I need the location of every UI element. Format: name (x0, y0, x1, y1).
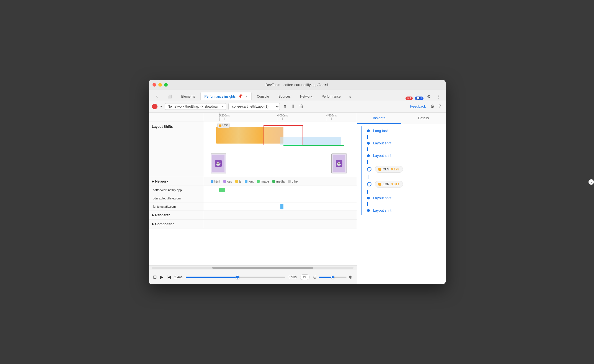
network-expand-icon[interactable]: ▶ (152, 180, 154, 183)
horizontal-scrollbar[interactable] (149, 265, 357, 270)
legend-css: css (223, 180, 232, 183)
throttle-select[interactable]: No network throttling, 4× slowdown (165, 103, 226, 110)
tab-performance-label: Performance (322, 95, 341, 98)
playbar-slider[interactable] (186, 277, 285, 278)
record-button[interactable] (152, 104, 157, 109)
network-cdnjs-content (204, 194, 357, 202)
long-task-link[interactable]: Long task (373, 129, 389, 133)
tabbar: ↖ ⬜ Elements Performance insights 📌 ✕ Co… (149, 90, 446, 100)
feedback-link[interactable]: Feedback (410, 104, 426, 108)
playbar-thumb[interactable] (236, 275, 239, 279)
record-dropdown[interactable]: ▼ (160, 105, 163, 108)
v-connector-5 (367, 190, 368, 194)
lcp-dot-icon (378, 183, 381, 186)
maximize-button[interactable] (164, 83, 168, 87)
tab-elements[interactable]: Elements (177, 93, 199, 100)
tab-inspector[interactable]: ⬜ (164, 93, 176, 100)
scroll-thumb[interactable] (212, 267, 313, 269)
v-connector-4 (368, 175, 368, 179)
lcp-badge-label: LCP (223, 124, 228, 127)
legend-media-dot (272, 180, 275, 183)
layout-shift-4-link[interactable]: Layout shift (373, 208, 392, 212)
insight-dot-cls (367, 167, 371, 171)
ruler-label-4800: 4,800ms (326, 114, 337, 117)
zoom-slider[interactable] (319, 277, 347, 278)
inspector-icon: ⬜ (168, 95, 172, 98)
network-row-coffee-cart: coffee-cart.netlify.app (149, 186, 357, 194)
legend-font-label: font (249, 180, 254, 183)
tab-cursor[interactable]: ↖ (151, 93, 162, 100)
playbar-start-time: 2.44s (174, 275, 182, 279)
tab-insights[interactable]: Insights (357, 113, 401, 124)
play-button[interactable]: ▶ (160, 274, 163, 280)
insight-row-lcp: LCP 3.31s (366, 179, 446, 190)
layout-shift-3-link[interactable]: Layout shift (373, 196, 392, 200)
delete-button[interactable]: 🗑 (298, 103, 305, 110)
tab-performance[interactable]: Performance (317, 93, 345, 100)
minimize-button[interactable] (158, 83, 162, 87)
timeline-body[interactable]: Layout Shifts LCP (149, 121, 357, 265)
skip-start-button[interactable]: |◀ (167, 274, 171, 280)
url-select[interactable]: coffee-cart.netlify.app (1) (228, 103, 280, 110)
legend-font-dot (245, 180, 247, 183)
legend-css-dot (223, 180, 226, 183)
tab-sources[interactable]: Sources (274, 93, 295, 100)
zoom-thumb[interactable] (331, 275, 334, 279)
settings-button[interactable]: ⚙ (429, 103, 435, 110)
fonts-font-bar (280, 204, 283, 209)
zoom-plus-button[interactable]: ⊕ (349, 274, 352, 280)
tab-performance-insights[interactable]: Performance insights 📌 ✕ (200, 92, 252, 100)
network-legend: html css js (204, 177, 357, 186)
network-fonts-content (204, 202, 357, 210)
insights-tabs: Insights Details (357, 113, 446, 124)
tab-network-label: Network (300, 95, 312, 98)
renderer-expand-icon[interactable]: ▶ (152, 214, 154, 217)
tab-console[interactable]: Console (253, 93, 273, 100)
thumb-icon-left: ☕ (215, 160, 222, 167)
insights-vertical-line (361, 126, 362, 215)
insights-content[interactable]: Long task Layout shift Layout shift (357, 124, 446, 284)
network-cdnjs-label: cdnjs.cloudflare.com (149, 194, 204, 202)
layout-shifts-label: Layout Shifts (149, 121, 204, 177)
screenshot-thumb-left[interactable]: ☕ (211, 154, 226, 173)
legend-other-dot (288, 180, 291, 183)
insight-dot-long-task (367, 129, 370, 132)
layout-shift-2-link[interactable]: Layout shift (373, 154, 392, 158)
settings-icon[interactable]: ⚙ (425, 93, 433, 100)
legend-js: js (235, 180, 241, 183)
upload-button[interactable]: ⬆ (282, 103, 288, 110)
red-selection-box[interactable] (264, 125, 303, 145)
more-options-icon[interactable]: ⋮ (434, 93, 443, 100)
layout-shift-1-link[interactable]: Layout shift (373, 141, 392, 145)
cls-metric-badge: CLS 0.193 (375, 166, 403, 173)
zoom-minus-button[interactable]: ⊖ (313, 274, 317, 280)
insight-dot-layout-shift-2 (367, 154, 370, 157)
titlebar-buttons (153, 83, 168, 87)
lcp-badge: LCP (217, 123, 230, 128)
lcp-label: LCP (383, 182, 389, 186)
speed-badge[interactable]: x1 (300, 274, 310, 280)
tab-details[interactable]: Details (401, 113, 446, 124)
screenshot-thumb-right[interactable]: ☕ (331, 154, 347, 173)
message-icon: 💬 (416, 97, 420, 100)
help-button[interactable]: ? (438, 103, 442, 110)
cls-label: CLS (383, 167, 389, 171)
download-button[interactable]: ⬇ (290, 103, 296, 110)
devtools-window: DevTools - coffee-cart.netlify.app/?ad=1… (149, 80, 446, 284)
v-connector-3 (367, 160, 368, 164)
screen-view-button[interactable]: ⊡ (153, 274, 157, 280)
thumb-inner-right: ☕ (333, 155, 345, 172)
insight-dot-lcp (367, 182, 371, 186)
scroll-track[interactable] (152, 267, 353, 269)
green-timeline-bar (283, 145, 345, 146)
more-tabs-button[interactable]: » (347, 94, 353, 100)
legend-image: image (257, 180, 269, 183)
compositor-label: ▶ Compositor (149, 220, 204, 228)
close-button[interactable] (153, 83, 156, 87)
tab-network[interactable]: Network (296, 93, 316, 100)
tab-elements-label: Elements (181, 95, 195, 98)
compositor-expand-icon[interactable]: ▶ (152, 222, 154, 225)
network-coffee-cart-content (204, 186, 357, 194)
compositor-row: ▶ Compositor (149, 220, 357, 228)
close-tab-icon[interactable]: ✕ (245, 95, 247, 98)
